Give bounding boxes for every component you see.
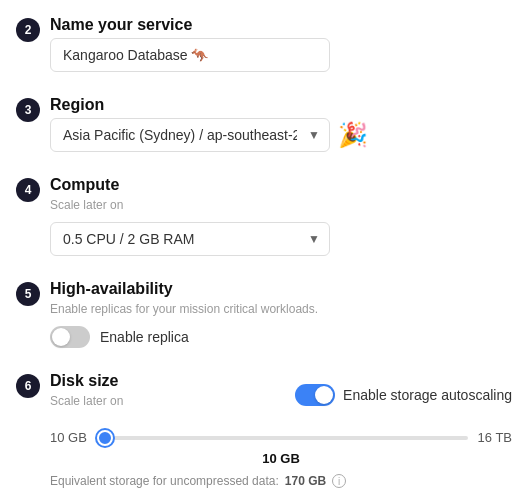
compute-title: Compute xyxy=(50,176,512,194)
disk-current-value: 10 GB xyxy=(262,451,300,466)
disk-content: Disk size Scale later on Enable storage … xyxy=(50,372,512,488)
ha-toggle-knob xyxy=(52,328,70,346)
region-content: Region Asia Pacific (Sydney) / ap-southe… xyxy=(50,96,512,152)
info-icon[interactable]: i xyxy=(332,474,346,488)
name-section: 2 Name your service xyxy=(16,16,512,72)
disk-value-row: 10 GB xyxy=(50,451,512,466)
party-icon: 🎉 xyxy=(338,121,368,149)
autoscale-toggle-knob xyxy=(315,386,333,404)
compute-section: 4 Compute Scale later on 0.5 CPU / 2 GB … xyxy=(16,176,512,256)
equivalent-value: 170 GB xyxy=(285,474,326,488)
service-name-input[interactable] xyxy=(50,38,330,72)
step-6-circle: 6 xyxy=(16,374,40,398)
autoscale-toggle-label: Enable storage autoscaling xyxy=(343,387,512,403)
autoscale-toggle-row: Enable storage autoscaling xyxy=(295,384,512,406)
region-row: Asia Pacific (Sydney) / ap-southeast-2 U… xyxy=(50,118,512,152)
compute-content: Compute Scale later on 0.5 CPU / 2 GB RA… xyxy=(50,176,512,256)
ha-content: High-availability Enable replicas for yo… xyxy=(50,280,512,348)
disk-slider-row: 10 GB 16 TB xyxy=(50,430,512,445)
ha-section: 5 High-availability Enable replicas for … xyxy=(16,280,512,348)
disk-max-label: 16 TB xyxy=(478,430,512,445)
autoscale-toggle-slider xyxy=(295,384,335,406)
region-title: Region xyxy=(50,96,512,114)
disk-section: 6 Disk size Scale later on Enable storag… xyxy=(16,372,512,488)
step-5-circle: 5 xyxy=(16,282,40,306)
disk-header-row: Disk size Scale later on Enable storage … xyxy=(50,372,512,418)
autoscale-toggle[interactable] xyxy=(295,384,335,406)
name-title: Name your service xyxy=(50,16,512,34)
ha-title: High-availability xyxy=(50,280,512,298)
step-2-circle: 2 xyxy=(16,18,40,42)
disk-subtitle: Scale later on xyxy=(50,394,123,408)
region-section: 3 Region Asia Pacific (Sydney) / ap-sout… xyxy=(16,96,512,152)
step-3-circle: 3 xyxy=(16,98,40,122)
disk-title: Disk size xyxy=(50,372,123,390)
step-4-circle: 4 xyxy=(16,178,40,202)
compute-select-wrapper: 0.5 CPU / 2 GB RAM 1 CPU / 4 GB RAM 2 CP… xyxy=(50,222,330,256)
equivalent-row: Equivalent storage for uncompressed data… xyxy=(50,474,512,488)
ha-toggle-label: Enable replica xyxy=(100,329,189,345)
ha-toggle[interactable] xyxy=(50,326,90,348)
equivalent-label: Equivalent storage for uncompressed data… xyxy=(50,474,279,488)
disk-min-label: 10 GB xyxy=(50,430,87,445)
name-content: Name your service xyxy=(50,16,512,72)
region-select-wrapper: Asia Pacific (Sydney) / ap-southeast-2 U… xyxy=(50,118,330,152)
disk-title-group: Disk size Scale later on xyxy=(50,372,123,418)
disk-slider[interactable] xyxy=(97,436,468,440)
compute-select[interactable]: 0.5 CPU / 2 GB RAM 1 CPU / 4 GB RAM 2 CP… xyxy=(50,222,330,256)
ha-subtitle: Enable replicas for your mission critica… xyxy=(50,302,512,316)
ha-toggle-row: Enable replica xyxy=(50,326,512,348)
region-select[interactable]: Asia Pacific (Sydney) / ap-southeast-2 U… xyxy=(50,118,330,152)
ha-toggle-slider xyxy=(50,326,90,348)
compute-subtitle: Scale later on xyxy=(50,198,512,212)
